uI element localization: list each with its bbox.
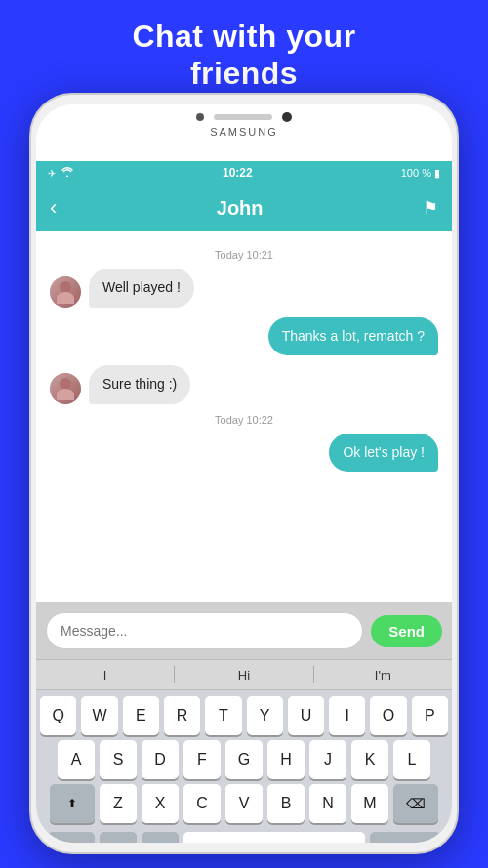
message-received-1: Well played ! xyxy=(50,269,438,308)
bubble-sent-1: Thanks a lot, rematch ? xyxy=(268,317,438,356)
key-w[interactable]: W xyxy=(81,696,117,735)
key-s[interactable]: S xyxy=(100,740,137,779)
message-sent-2: Ok let's play ! xyxy=(50,434,438,473)
brand-label: SAMSUNG xyxy=(210,126,278,138)
key-f[interactable]: F xyxy=(183,740,221,779)
status-time: 10:22 xyxy=(223,166,253,180)
timestamp-1: Today 10:21 xyxy=(50,249,438,261)
key-j[interactable]: J xyxy=(309,740,346,779)
return-key[interactable]: return xyxy=(370,832,440,843)
autocomplete-hi[interactable]: Hi xyxy=(175,668,312,682)
message-received-2: Sure thing :) xyxy=(50,365,438,404)
battery-text: 100 % xyxy=(401,167,431,179)
bubble-sent-2: Ok let's play ! xyxy=(329,434,438,473)
app-header: ‹ John ⚑ xyxy=(36,185,452,231)
speaker-grill xyxy=(214,114,272,120)
phone-top-bar: SAMSUNG xyxy=(36,104,452,161)
key-y[interactable]: Y xyxy=(247,696,283,735)
key-g[interactable]: G xyxy=(225,740,263,779)
battery-icon: ▮ xyxy=(434,167,440,179)
message-sent-1: Thanks a lot, rematch ? xyxy=(50,317,438,356)
front-camera xyxy=(282,112,292,122)
autocomplete-im[interactable]: I'm xyxy=(314,668,452,682)
key-i[interactable]: I xyxy=(329,696,365,735)
key-n[interactable]: N xyxy=(309,784,346,823)
chat-area: Today 10:21 Well played ! Thanks a lot, … xyxy=(36,231,452,602)
key-b[interactable]: B xyxy=(267,784,305,823)
key-p[interactable]: P xyxy=(412,696,448,735)
key-v[interactable]: V xyxy=(225,784,263,823)
back-button[interactable]: ‹ xyxy=(50,195,57,221)
page-header: Chat with yourfriends xyxy=(0,0,488,93)
mic-key[interactable]: 🎤 xyxy=(142,832,179,843)
key-l[interactable]: L xyxy=(393,740,430,779)
numbers-key[interactable]: 123 xyxy=(48,832,95,843)
wifi-icon xyxy=(61,167,74,179)
avatar-1 xyxy=(50,276,81,308)
key-r[interactable]: R xyxy=(164,696,200,735)
keyboard: Q W E R T Y U I O P A S D F G xyxy=(36,690,452,843)
key-q[interactable]: Q xyxy=(40,696,76,735)
airplane-icon: ✈ xyxy=(48,168,56,179)
key-z[interactable]: Z xyxy=(100,784,137,823)
key-k[interactable]: K xyxy=(351,740,388,779)
globe-key[interactable]: 🌐 xyxy=(100,832,137,843)
bubble-received-2: Sure thing :) xyxy=(89,365,190,404)
key-t[interactable]: T xyxy=(205,696,241,735)
avatar-2 xyxy=(50,373,81,404)
send-button[interactable]: Send xyxy=(371,615,442,647)
key-u[interactable]: U xyxy=(288,696,324,735)
camera-dot-left xyxy=(196,113,204,121)
message-input-area: Send xyxy=(36,602,452,659)
bubble-received-1: Well played ! xyxy=(89,269,194,308)
space-key[interactable]: space xyxy=(183,832,365,843)
key-e[interactable]: E xyxy=(123,696,159,735)
shift-key[interactable]: ⬆ xyxy=(50,784,95,823)
key-h[interactable]: H xyxy=(267,740,305,779)
key-a[interactable]: A xyxy=(58,740,95,779)
autocomplete-bar: I Hi I'm xyxy=(36,659,452,690)
status-bar: ✈ 10:22 100 % ▮ xyxy=(36,161,452,185)
key-d[interactable]: D xyxy=(142,740,179,779)
chat-title: John xyxy=(217,197,264,220)
timestamp-2: Today 10:22 xyxy=(50,414,438,426)
page-background: Chat with yourfriends SAMSUNG ✈ xyxy=(0,0,488,868)
autocomplete-i[interactable]: I xyxy=(36,668,174,682)
delete-key[interactable]: ⌫ xyxy=(393,784,438,823)
key-x[interactable]: X xyxy=(142,784,179,823)
message-input[interactable] xyxy=(46,612,363,649)
phone-shell: SAMSUNG ✈ 10:22 100 % xyxy=(29,93,459,854)
phone-inner: SAMSUNG ✈ 10:22 100 % xyxy=(36,104,452,843)
key-m[interactable]: M xyxy=(351,784,388,823)
key-o[interactable]: O xyxy=(370,696,406,735)
flag-button[interactable]: ⚑ xyxy=(423,197,438,219)
key-c[interactable]: C xyxy=(183,784,221,823)
